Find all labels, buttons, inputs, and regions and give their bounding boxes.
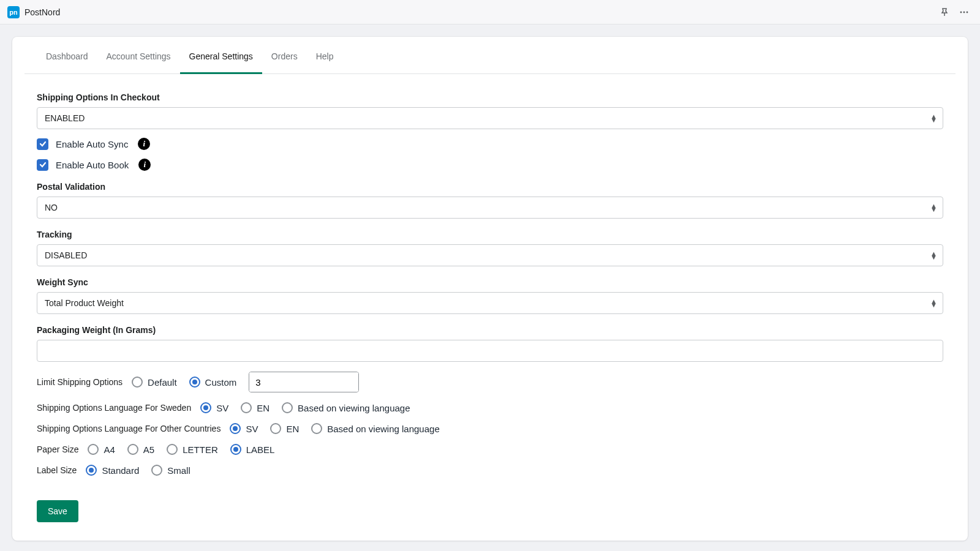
radio-other-viewing[interactable] [311, 423, 322, 434]
info-icon[interactable]: i [138, 138, 150, 150]
radio-label-a4: A4 [104, 444, 115, 455]
tab-general[interactable]: General Settings [180, 37, 262, 74]
select-shipping-checkout[interactable]: ENABLED [37, 107, 943, 129]
select-weight-sync[interactable]: Total Product Weight [37, 292, 943, 314]
tab-account[interactable]: Account Settings [97, 37, 180, 74]
tab-dashboard[interactable]: Dashboard [37, 37, 97, 74]
input-packaging-weight[interactable] [37, 340, 943, 362]
radio-labelsize-standard[interactable] [86, 465, 97, 476]
checkbox-auto-sync[interactable] [37, 138, 48, 150]
label-auto-book: Enable Auto Book [56, 160, 129, 170]
radio-label-custom: Custom [205, 377, 237, 388]
select-tracking[interactable]: DISABLED [37, 244, 943, 266]
radio-sweden-en[interactable] [241, 402, 252, 413]
tab-orders[interactable]: Orders [262, 37, 307, 74]
radio-label-letter: LETTER [183, 444, 218, 455]
app-logo: pn [7, 6, 20, 18]
content-card: Dashboard Account Settings General Setti… [12, 37, 968, 541]
input-limit-number[interactable] [249, 372, 359, 392]
radio-label-en: EN [257, 403, 270, 413]
label-paper-size: Paper Size [37, 444, 78, 454]
radio-paper-a4[interactable] [88, 444, 99, 455]
app-title: PostNord [24, 7, 60, 17]
radio-label-label: LABEL [246, 444, 275, 455]
tab-help[interactable]: Help [307, 37, 343, 74]
radio-label-sv: SV [246, 424, 258, 434]
radio-label-viewing: Based on viewing language [298, 403, 410, 413]
topbar: pn PostNord [0, 0, 980, 24]
radio-label-a5: A5 [143, 444, 154, 455]
checkbox-auto-book[interactable] [37, 159, 48, 171]
label-lang-other: Shipping Options Language For Other Coun… [37, 424, 221, 433]
radio-label-en: EN [286, 424, 299, 434]
radio-paper-a5[interactable] [127, 444, 138, 455]
radio-label-sv: SV [216, 403, 228, 413]
save-button[interactable]: Save [37, 500, 78, 522]
radio-label-standard: Standard [102, 465, 139, 476]
radio-labelsize-small[interactable] [151, 465, 162, 476]
radio-paper-letter[interactable] [167, 444, 178, 455]
radio-other-sv[interactable] [230, 423, 241, 434]
radio-sweden-viewing[interactable] [282, 402, 293, 413]
label-tracking: Tracking [37, 230, 943, 239]
label-label-size: Label Size [37, 465, 77, 475]
svg-point-0 [960, 11, 962, 13]
label-lang-sweden: Shipping Options Language For Sweden [37, 403, 191, 413]
svg-point-1 [963, 11, 965, 13]
radio-paper-label[interactable] [230, 444, 241, 455]
more-icon[interactable] [956, 4, 973, 21]
pin-icon[interactable] [936, 4, 953, 21]
label-shipping-checkout: Shipping Options In Checkout [37, 92, 943, 102]
radio-limit-custom[interactable] [189, 377, 200, 388]
radio-label-viewing: Based on viewing language [327, 424, 439, 434]
info-icon[interactable]: i [138, 159, 151, 171]
radio-sweden-sv[interactable] [200, 402, 211, 413]
label-postal-validation: Postal Validation [37, 182, 943, 192]
select-postal-validation[interactable]: NO [37, 197, 943, 219]
label-limit-shipping: Limit Shipping Options [37, 377, 123, 387]
label-auto-sync: Enable Auto Sync [56, 139, 128, 149]
radio-limit-default[interactable] [132, 377, 143, 388]
radio-other-en[interactable] [270, 423, 281, 434]
radio-label-small: Small [167, 465, 190, 476]
svg-point-2 [967, 11, 968, 13]
label-packaging-weight: Packaging Weight (In Grams) [37, 325, 943, 335]
tabs: Dashboard Account Settings General Setti… [24, 37, 956, 74]
label-weight-sync: Weight Sync [37, 277, 943, 287]
radio-label-default: Default [148, 377, 177, 388]
